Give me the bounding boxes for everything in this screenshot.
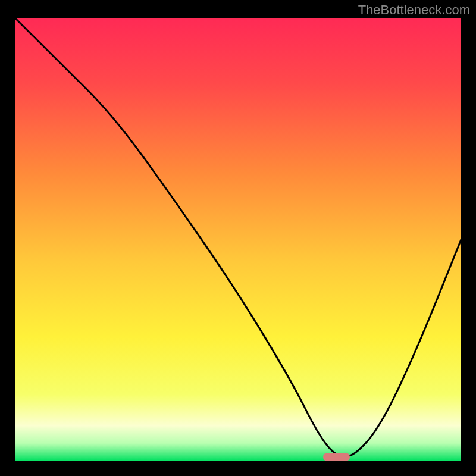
chart-container bbox=[15, 18, 461, 461]
chart-background-gradient bbox=[15, 18, 461, 461]
watermark-text: TheBottleneck.com bbox=[358, 2, 470, 18]
svg-rect-0 bbox=[15, 18, 461, 461]
optimal-marker bbox=[323, 453, 350, 461]
